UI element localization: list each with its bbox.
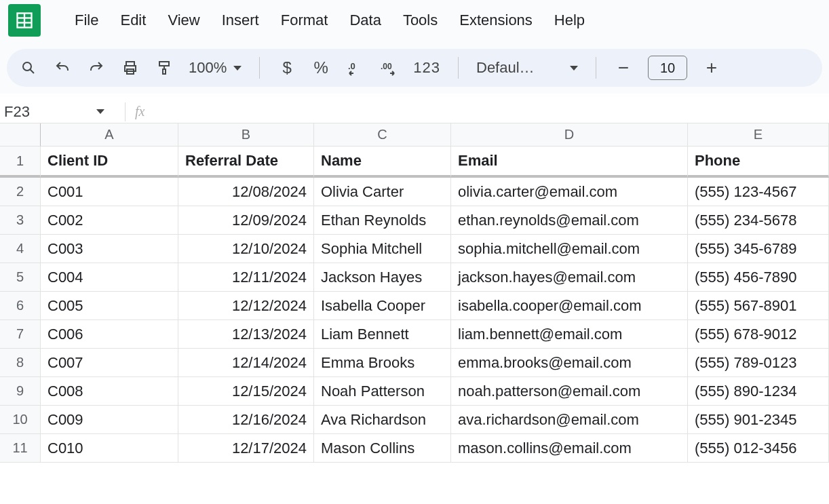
menu-file[interactable]: File <box>73 9 100 32</box>
cell[interactable]: C006 <box>41 320 178 349</box>
cell[interactable]: (555) 345-6789 <box>688 235 829 263</box>
row-header[interactable]: 11 <box>0 434 41 463</box>
header-cell[interactable]: Referral Date <box>178 147 314 178</box>
cell[interactable]: 12/13/2024 <box>178 320 314 349</box>
cell[interactable]: Ava Richardson <box>314 406 451 434</box>
header-cell[interactable]: Email <box>451 147 688 178</box>
cell[interactable]: mason.collins@email.com <box>451 434 688 463</box>
cell[interactable]: Jackson Hayes <box>314 263 451 292</box>
cell[interactable]: 12/15/2024 <box>178 377 314 406</box>
cell[interactable]: noah.patterson@email.com <box>451 377 688 406</box>
sheets-logo-icon[interactable] <box>8 4 41 37</box>
row-header[interactable]: 10 <box>0 406 41 434</box>
menu-insert[interactable]: Insert <box>220 9 261 32</box>
cell[interactable]: 12/16/2024 <box>178 406 314 434</box>
cell[interactable]: ava.richardson@email.com <box>451 406 688 434</box>
column-header-e[interactable]: E <box>688 123 829 147</box>
cell[interactable]: (555) 567-8901 <box>688 292 829 320</box>
row-header[interactable]: 2 <box>0 178 41 206</box>
cell[interactable]: ethan.reynolds@email.com <box>451 206 688 235</box>
cell[interactable]: (555) 456-7890 <box>688 263 829 292</box>
cell[interactable]: C009 <box>41 406 178 434</box>
row-header[interactable]: 8 <box>0 349 41 377</box>
cell[interactable]: Noah Patterson <box>314 377 451 406</box>
font-size-input[interactable]: 10 <box>648 56 687 80</box>
cell[interactable]: C010 <box>41 434 178 463</box>
search-icon[interactable] <box>19 57 38 79</box>
cell[interactable]: liam.bennett@email.com <box>451 320 688 349</box>
decrease-decimal-icon[interactable]: .0 <box>345 57 364 79</box>
column-header-b[interactable]: B <box>178 123 314 147</box>
print-icon[interactable] <box>121 57 140 79</box>
row-header[interactable]: 9 <box>0 377 41 406</box>
undo-icon[interactable] <box>53 57 72 79</box>
cell[interactable]: C007 <box>41 349 178 377</box>
more-formats-button[interactable]: 123 <box>413 57 440 79</box>
row-header[interactable]: 6 <box>0 292 41 320</box>
menu-extensions[interactable]: Extensions <box>458 9 534 32</box>
cell[interactable]: isabella.cooper@email.com <box>451 292 688 320</box>
increase-font-size-button[interactable]: + <box>702 57 721 79</box>
row-header[interactable]: 3 <box>0 206 41 235</box>
increase-decimal-icon[interactable]: .00 <box>379 57 398 79</box>
header-cell[interactable]: Name <box>314 147 451 178</box>
cell[interactable]: olivia.carter@email.com <box>451 178 688 206</box>
menu-data[interactable]: Data <box>348 9 382 32</box>
cell[interactable]: 12/17/2024 <box>178 434 314 463</box>
cell[interactable]: Isabella Cooper <box>314 292 451 320</box>
menu-edit[interactable]: Edit <box>119 9 147 32</box>
column-header-c[interactable]: C <box>314 123 451 147</box>
cell[interactable]: C002 <box>41 206 178 235</box>
row-header[interactable]: 5 <box>0 263 41 292</box>
row-header[interactable]: 7 <box>0 320 41 349</box>
spreadsheet-grid[interactable]: A B C D E 1Client IDReferral DateNameEma… <box>0 123 829 463</box>
cell[interactable]: emma.brooks@email.com <box>451 349 688 377</box>
cell[interactable]: (555) 012-3456 <box>688 434 829 463</box>
menu-format[interactable]: Format <box>279 9 330 32</box>
cell[interactable]: Mason Collins <box>314 434 451 463</box>
cell[interactable]: jackson.hayes@email.com <box>451 263 688 292</box>
cell[interactable]: 12/14/2024 <box>178 349 314 377</box>
header-cell[interactable]: Phone <box>688 147 829 178</box>
cell[interactable]: 12/12/2024 <box>178 292 314 320</box>
header-cell[interactable]: Client ID <box>41 147 178 178</box>
cell[interactable]: 12/09/2024 <box>178 206 314 235</box>
cell[interactable]: C001 <box>41 178 178 206</box>
menu-help[interactable]: Help <box>553 9 586 32</box>
cell[interactable]: (555) 123-4567 <box>688 178 829 206</box>
cell[interactable]: C005 <box>41 292 178 320</box>
menu-tools[interactable]: Tools <box>402 9 439 32</box>
cell[interactable]: C003 <box>41 235 178 263</box>
menu-view[interactable]: View <box>166 9 201 32</box>
cell[interactable]: Liam Bennett <box>314 320 451 349</box>
font-family-select[interactable]: Defaul… <box>476 59 578 77</box>
cell[interactable]: 12/10/2024 <box>178 235 314 263</box>
cell[interactable]: 12/11/2024 <box>178 263 314 292</box>
paint-format-icon[interactable] <box>155 57 174 79</box>
divider <box>125 102 126 121</box>
cell[interactable]: (555) 234-5678 <box>688 206 829 235</box>
cell[interactable]: (555) 890-1234 <box>688 377 829 406</box>
format-currency-button[interactable]: $ <box>277 57 296 79</box>
redo-icon[interactable] <box>87 57 106 79</box>
zoom-select[interactable]: 100% <box>189 59 242 77</box>
cell[interactable]: sophia.mitchell@email.com <box>451 235 688 263</box>
cell[interactable]: C008 <box>41 377 178 406</box>
cell[interactable]: Sophia Mitchell <box>314 235 451 263</box>
select-all-corner[interactable] <box>0 123 41 147</box>
cell[interactable]: Olivia Carter <box>314 178 451 206</box>
cell[interactable]: (555) 678-9012 <box>688 320 829 349</box>
cell[interactable]: (555) 789-0123 <box>688 349 829 377</box>
cell[interactable]: C004 <box>41 263 178 292</box>
column-header-a[interactable]: A <box>41 123 178 147</box>
cell[interactable]: 12/08/2024 <box>178 178 314 206</box>
cell[interactable]: (555) 901-2345 <box>688 406 829 434</box>
format-percent-button[interactable]: % <box>311 57 330 79</box>
cell[interactable]: Emma Brooks <box>314 349 451 377</box>
row-header[interactable]: 4 <box>0 235 41 263</box>
column-header-d[interactable]: D <box>451 123 688 147</box>
row-header[interactable]: 1 <box>0 147 41 178</box>
decrease-font-size-button[interactable]: − <box>614 57 633 79</box>
cell[interactable]: Ethan Reynolds <box>314 206 451 235</box>
name-box[interactable]: F23 <box>0 103 115 121</box>
